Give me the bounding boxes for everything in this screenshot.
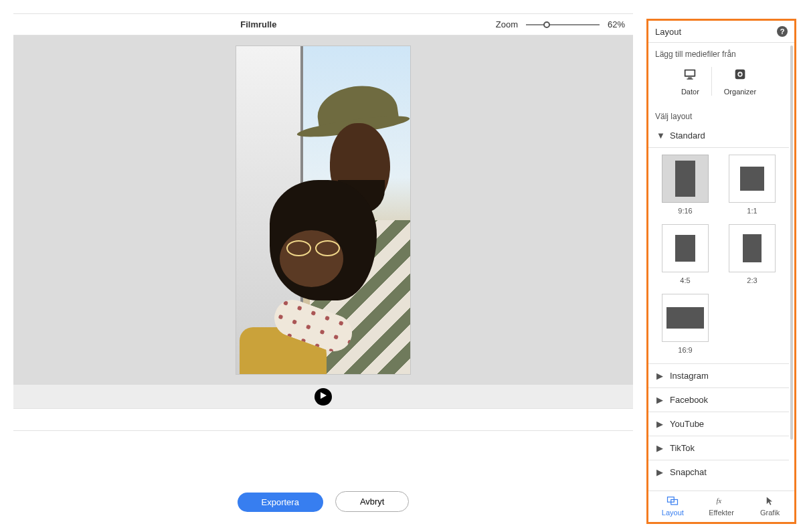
chevron-right-icon: ▶ bbox=[656, 395, 663, 405]
layout-option-4-5[interactable]: 4:5 bbox=[658, 224, 713, 284]
chevron-right-icon: ▶ bbox=[656, 467, 663, 477]
layout-option-16-9[interactable]: 16:9 bbox=[658, 294, 713, 354]
filmstrip-title: Filmrulle bbox=[138, 19, 379, 29]
preview-canvas[interactable] bbox=[13, 35, 633, 385]
chevron-down-icon: ▼ bbox=[656, 130, 663, 141]
zoom-value: 62% bbox=[608, 19, 625, 29]
cursor-icon bbox=[764, 495, 776, 507]
preview-frame[interactable] bbox=[236, 46, 410, 374]
bottom-button-bar: Exportera Avbryt bbox=[13, 430, 633, 519]
organizer-icon bbox=[732, 67, 748, 84]
layout-panel: Layout ? Lägg till mediefiler från Dator… bbox=[646, 19, 796, 524]
computer-icon bbox=[682, 67, 698, 84]
add-media-label: Lägg till mediefiler från bbox=[648, 43, 789, 62]
layout-ratio-label: 1:1 bbox=[747, 207, 757, 215]
export-button[interactable]: Exportera bbox=[238, 493, 323, 512]
play-icon bbox=[319, 391, 327, 402]
layout-group-snapchat[interactable]: ▶Snapchat bbox=[648, 460, 789, 484]
zoom-slider-thumb[interactable] bbox=[543, 21, 550, 28]
layout-ratio-label: 4:5 bbox=[680, 276, 690, 284]
panel-title: Layout bbox=[655, 27, 777, 37]
layout-thumb bbox=[729, 224, 776, 272]
layout-thumb bbox=[662, 224, 709, 272]
layout-group-standard[interactable]: ▼Standard bbox=[648, 124, 789, 147]
panel-scrollbar[interactable] bbox=[790, 46, 793, 440]
zoom-label: Zoom bbox=[496, 19, 518, 29]
layout-group-youtube[interactable]: ▶YouTube bbox=[648, 412, 789, 436]
layout-thumb bbox=[729, 155, 776, 203]
zoom-slider[interactable] bbox=[526, 21, 600, 29]
svg-rect-2 bbox=[686, 71, 695, 76]
layout-option-2-3[interactable]: 2:3 bbox=[725, 224, 780, 284]
layout-group-label: Instagram bbox=[670, 371, 709, 381]
media-source-label: Organizer bbox=[724, 88, 756, 96]
cancel-button[interactable]: Avbryt bbox=[335, 491, 410, 512]
layout-group-label: TikTok bbox=[670, 443, 695, 453]
svg-rect-3 bbox=[689, 78, 693, 79]
layout-group-tiktok[interactable]: ▶TikTok bbox=[648, 436, 789, 460]
chevron-right-icon: ▶ bbox=[656, 443, 663, 453]
layout-thumb bbox=[662, 294, 709, 342]
layout-ratio-label: 9:16 bbox=[678, 207, 692, 215]
fx-icon: fx bbox=[715, 495, 727, 507]
layout-option-1-1[interactable]: 1:1 bbox=[725, 155, 780, 215]
top-bar: Filmrulle Zoom 62% bbox=[13, 13, 633, 35]
layout-ratio-label: 16:9 bbox=[678, 346, 692, 354]
choose-layout-label: Välj layout bbox=[648, 105, 789, 124]
panel-tab-label: Effekter bbox=[709, 509, 734, 517]
chevron-right-icon: ▶ bbox=[656, 371, 663, 381]
layout-grid: 9:161:14:52:316:9 bbox=[648, 147, 789, 363]
panel-tab-layout[interactable]: Layout bbox=[648, 491, 697, 522]
media-source-dator[interactable]: Dator bbox=[669, 67, 711, 96]
media-source-label: Dator bbox=[681, 88, 699, 96]
layout-group-facebook[interactable]: ▶Facebook bbox=[648, 387, 789, 412]
svg-marker-0 bbox=[321, 392, 327, 399]
play-button[interactable] bbox=[315, 388, 332, 406]
chevron-right-icon: ▶ bbox=[656, 419, 663, 429]
filmstrip-bar bbox=[13, 385, 633, 409]
layout-ratio-label: 2:3 bbox=[747, 276, 757, 284]
layout-group-label: Snapchat bbox=[670, 467, 707, 477]
layout-option-9-16[interactable]: 9:16 bbox=[658, 155, 713, 215]
layout-group-instagram[interactable]: ▶Instagram bbox=[648, 363, 789, 387]
layout-group-label: YouTube bbox=[670, 419, 704, 429]
layout-group-label: Facebook bbox=[670, 395, 708, 405]
media-source-organizer[interactable]: Organizer bbox=[711, 67, 768, 96]
panel-tab-label: Grafik bbox=[760, 509, 780, 517]
help-icon[interactable]: ? bbox=[777, 26, 788, 37]
svg-text:fx: fx bbox=[717, 497, 722, 505]
panel-tab-effekter[interactable]: fxEffekter bbox=[697, 491, 746, 522]
panel-tab-label: Layout bbox=[662, 509, 684, 517]
layout-group-label: Standard bbox=[670, 130, 705, 141]
panel-tab-grafik[interactable]: Grafik bbox=[745, 491, 794, 522]
layout-icon bbox=[666, 495, 679, 507]
svg-rect-4 bbox=[687, 78, 693, 79]
layout-thumb bbox=[662, 155, 709, 203]
